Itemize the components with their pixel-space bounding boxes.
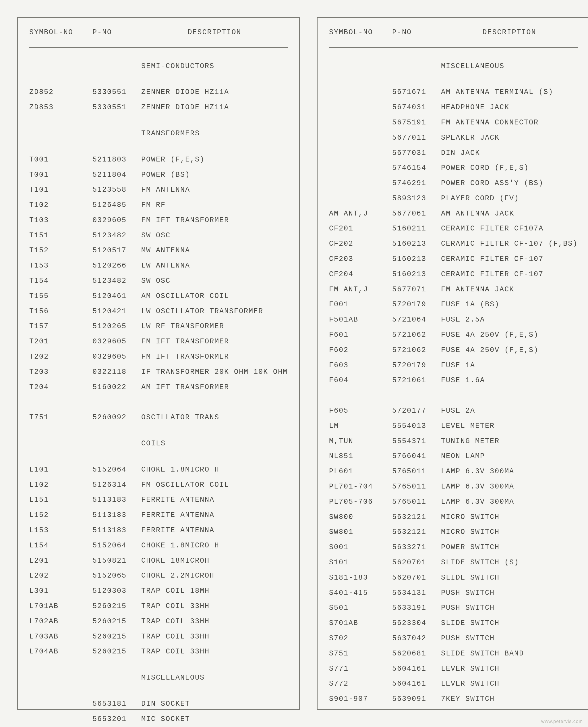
section-title: SEMI-CONDUCTORS (141, 63, 288, 70)
table-row: 5893123PLAYER CORD (FV) (329, 191, 578, 206)
cell-desc: FERRITE ANTENNA (141, 511, 288, 519)
cell-symbol: T204 (29, 384, 92, 391)
cell-pno: 5620701 (392, 559, 441, 566)
cell-symbol: L154 (29, 542, 92, 549)
section-heading: TRANSFORMERS (29, 126, 288, 141)
cell-desc: AM ANTENNA TERMINAL (S) (441, 88, 578, 96)
table-row: L1545152064CHOKE 1.8MICRO H (29, 538, 288, 553)
blank-row (29, 395, 288, 410)
cell-symbol: T156 (29, 308, 92, 315)
table-row: S7515620681SLIDE SWITCH BAND (329, 646, 578, 662)
cell-desc: TUNING METER (441, 438, 578, 445)
table-row: T1575120265LW RF TRANSFORMER (29, 319, 288, 334)
table-row: T0015211803POWER (F,E,S) (29, 152, 288, 167)
cell-pno: 5160213 (392, 240, 441, 248)
cell-desc: SLIDE SWITCH (441, 620, 578, 627)
cell-desc: PUSH SWITCH (441, 589, 578, 597)
cell-pno: 5260215 (92, 633, 141, 641)
cell-desc: CERAMIC FILTER CF-107 (441, 256, 578, 263)
cell-pno: 5893123 (392, 195, 441, 202)
cell-symbol: T203 (29, 368, 92, 376)
cell-symbol: L703AB (29, 633, 92, 641)
section-title: MISCELLANEOUS (141, 674, 288, 682)
cell-symbol: S401-415 (329, 589, 392, 597)
table-row: T1515123482SW OSC (29, 228, 288, 243)
table-row: PL6015765011LAMP 6.3V 300MA (329, 464, 578, 479)
cell-symbol: PL601 (329, 468, 392, 475)
table-row: F6035720179FUSE 1A (329, 358, 578, 373)
table-row: S1015620701SLIDE SWITCH (S) (329, 555, 578, 570)
table-row: CF2025160213CERAMIC FILTER CF-107 (F,BS) (329, 237, 578, 252)
cell-symbol: T154 (29, 277, 92, 285)
cell-desc: POWER CORD (F,E,S) (441, 164, 578, 172)
cell-pno: 5211803 (92, 156, 141, 163)
cell-symbol: L701AB (29, 603, 92, 610)
table-row: L1525113183FERRITE ANTENNA (29, 508, 288, 523)
cell-desc: LW RF TRANSFORMER (141, 323, 288, 330)
table-row: NL8515766041NEON LAMP (329, 449, 578, 464)
cell-pno: 5126485 (92, 201, 141, 209)
cell-pno: 5721064 (392, 316, 441, 324)
cell-pno: 5639091 (392, 695, 441, 703)
table-row: T1565120421LW OSCILLATOR TRANSFORMER (29, 304, 288, 319)
cell-pno: 5746291 (392, 180, 441, 187)
cell-symbol: L704AB (29, 648, 92, 655)
cell-symbol: M,TUN (329, 438, 392, 445)
cell-symbol: T751 (29, 414, 92, 421)
cell-pno: 5620701 (392, 574, 441, 582)
cell-pno: 5653201 (92, 715, 141, 723)
cell-pno: 5720177 (392, 407, 441, 415)
page: SYMBOL-NO P-NO DESCRIPTION SEMI-CONDUCTO… (0, 0, 588, 727)
cell-desc: LAMP 6.3V 300MA (441, 483, 578, 490)
right-panel: SYMBOL-NO P-NO DESCRIPTION MISCELLANEOUS… (317, 17, 588, 710)
cell-desc: LEVEL METER (441, 422, 578, 430)
table-row: ZD8535330551ZENNER DIODE HZ11A (29, 100, 288, 115)
cell-symbol: S181-183 (329, 574, 392, 582)
table-row: T1535120266LW ANTENNA (29, 258, 288, 274)
cell-pno: 5211804 (92, 171, 141, 179)
cell-pno: 5120303 (92, 587, 141, 595)
table-row: T7515260092OSCILLATOR TRANS (29, 410, 288, 425)
cell-pno: 5160211 (392, 225, 441, 233)
cell-symbol: L201 (29, 557, 92, 565)
section-heading: SEMI-CONDUCTORS (29, 59, 288, 74)
cell-symbol: T201 (29, 338, 92, 345)
cell-desc: FUSE 2A (441, 407, 578, 415)
cell-desc: DIN SOCKET (141, 700, 288, 708)
header-desc: DESCRIPTION (141, 29, 288, 36)
cell-pno: 5120421 (92, 308, 141, 315)
cell-symbol: T151 (29, 232, 92, 239)
cell-desc: FM ANTENNA (141, 186, 288, 194)
cell-pno: 5720179 (392, 301, 441, 308)
table-row: S401-4155634131PUSH SWITCH (329, 585, 578, 601)
right-body: MISCELLANEOUS5671671AM ANTENNA TERMINAL … (329, 59, 578, 707)
cell-desc: AM IFT TRANSFORMER (141, 384, 288, 391)
cell-symbol: F001 (329, 301, 392, 308)
table-row: LM5554013LEVEL METER (329, 419, 578, 434)
table-row: L1015152064CHOKE 1.8MICRO H (29, 462, 288, 478)
table-row: 5674031HEADPHONE JACK (329, 100, 578, 115)
cell-symbol: NL851 (329, 452, 392, 460)
table-row: SW8015632121MICRO SWITCH (329, 525, 578, 540)
cell-pno: 5113183 (92, 527, 141, 534)
table-row: T0015211804POWER (BS) (29, 167, 288, 182)
cell-desc: NEON LAMP (441, 452, 578, 460)
cell-symbol: T152 (29, 247, 92, 254)
cell-desc: TRAP COIL 33HH (141, 618, 288, 625)
cell-pno: 0329605 (92, 217, 141, 224)
cell-pno: 5120517 (92, 247, 141, 254)
table-row: L704AB5260215TRAP COIL 33HH (29, 644, 288, 660)
cell-pno: 5632121 (392, 513, 441, 521)
cell-symbol: T153 (29, 262, 92, 269)
cell-desc: LW OSCILLATOR TRANSFORMER (141, 308, 288, 315)
cell-desc: POWER CORD ASS'Y (BS) (441, 180, 578, 187)
cell-symbol: S101 (329, 559, 392, 566)
cell-pno: 5677031 (392, 149, 441, 157)
cell-symbol: T001 (29, 171, 92, 179)
cell-desc: FUSE 4A 250V (F,E,S) (441, 331, 578, 339)
cell-desc: CHOKE 2.2MICROH (141, 572, 288, 580)
cell-desc: LAMP 6.3V 300MA (441, 498, 578, 506)
cell-symbol: L301 (29, 587, 92, 595)
cell-pno: 5721062 (392, 346, 441, 354)
table-row: L1025126314FM OSCILLATOR COIL (29, 477, 288, 492)
